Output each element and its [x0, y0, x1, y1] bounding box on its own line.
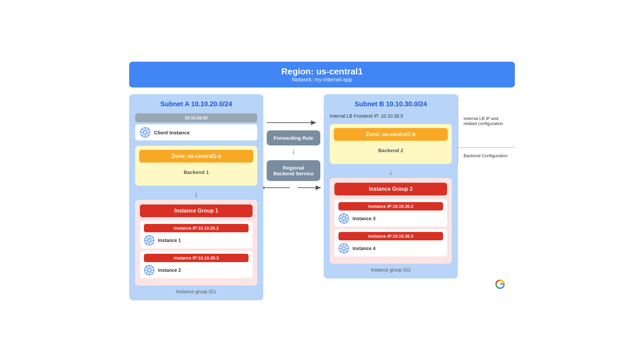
arrow-bs-to-backend1: [263, 184, 290, 192]
svg-point-56: [493, 277, 507, 292]
instance-2-row: Instance 2: [144, 265, 249, 276]
annotation-top-text: Internal LB IP and related configuration: [464, 116, 509, 126]
instance-2-card: instance IP:10.10.20.3: [140, 251, 253, 278]
internal-lb-ip: Internal LB Frontend IP: 10.10.30.5: [330, 113, 452, 119]
google-logo-icon: [492, 276, 508, 292]
backend-1-label: Backend 1: [139, 166, 253, 178]
instance-4-card: instance IP:10.10.30.3: [334, 229, 447, 256]
annotation-bottom: Backend Configuration: [458, 148, 515, 164]
instance-1-row: Instance 1: [144, 235, 249, 246]
arrow-to-ig2: ↓: [330, 168, 452, 177]
subnet-b-title: Subnet B 10.10.30.0/24: [330, 100, 452, 108]
subnet-a-title: Subnet A 10.10.20.0/24: [135, 100, 257, 108]
region-subtitle: Network: my-internet-app: [136, 77, 508, 83]
client-gear-icon: [140, 127, 151, 138]
instance-2-name: Instance 2: [158, 267, 181, 273]
diagram-wrapper: Region: us-central1 Network: my-internet…: [0, 0, 644, 362]
zone-a-header: Zone: us-central1-a: [139, 150, 253, 163]
annotation-bottom-text: Backend Configuration: [464, 153, 508, 158]
subnet-a: Subnet A 10.10.20.0/24 10.10.20.50: [129, 94, 263, 300]
ig2-label: Instance group IG2: [330, 267, 452, 273]
instance-4-gear-icon: [338, 243, 349, 254]
instance-1-ip: instance IP:10.10.20.2: [144, 224, 249, 232]
backend-service-box: Regional Backend Service: [267, 160, 320, 181]
annotations-column: Internal LB IP and related configuration…: [458, 94, 515, 164]
instance-3-card: instance IP:10.10.30.2: [334, 199, 447, 227]
backend-2-label: Backend 2: [334, 144, 448, 157]
instance-4-name: Instance 4: [353, 246, 375, 251]
instance-3-gear-icon: [338, 213, 349, 224]
google-logo: [492, 276, 508, 294]
arrow-to-ig1: ↓: [135, 190, 257, 198]
instance-1-gear-icon: [144, 235, 155, 246]
instance-1-name: Instance 1: [158, 238, 181, 243]
full-diagram: Region: us-central1 Network: my-internet…: [129, 62, 515, 300]
annotation-top: Internal LB IP and related configuration: [458, 94, 515, 148]
forwarding-rule-box: Forwarding Rule: [267, 130, 320, 145]
instance-4-row: Instance 4: [338, 243, 443, 254]
region-title: Region: us-central1: [136, 66, 508, 77]
instance-3-ip: instance IP:10.10.30.2: [338, 202, 443, 210]
arrow-bs-to-backend2: [297, 184, 324, 192]
arrow-fr-to-bs: ↓: [292, 147, 296, 156]
middle-column: Forwarding Rule ↓ Regional Backend Servi…: [263, 94, 324, 192]
instance-3-row: Instance 3: [338, 213, 443, 224]
instance-group-2: Instance Group 2 instance IP:10.10.30.2: [330, 178, 452, 264]
instance-2-ip: instance IP:10.10.20.3: [144, 254, 249, 262]
arrow-client-to-fr: [267, 118, 320, 128]
instance-1-card: instance IP:10.10.20.2: [140, 221, 253, 248]
svg-rect-57: [500, 283, 504, 285]
instance-group-1: Instance Group 1 instance IP:10.10.20.2: [135, 200, 257, 286]
client-instance-block: Client Instance: [135, 124, 257, 140]
region-header: Region: us-central1 Network: my-internet…: [129, 62, 515, 87]
client-label: Client Instance: [154, 130, 190, 135]
client-ip-block: 10.10.20.50: [135, 113, 257, 122]
instance-2-gear-icon: [144, 265, 155, 276]
instance-3-name: Instance 3: [353, 216, 375, 221]
ig1-label: Instance group IG1: [135, 289, 257, 294]
subnet-b: Subnet B 10.10.30.0/24 Internal LB Front…: [324, 94, 458, 279]
region-content: Subnet A 10.10.20.0/24 10.10.20.50: [129, 94, 515, 300]
zone-b-header: Zone: us-central1-b: [334, 128, 448, 141]
instance-4-ip: instance IP:10.10.30.3: [338, 232, 443, 240]
instance-group-1-header: Instance Group 1: [140, 204, 253, 217]
instance-group-2-header: Instance Group 2: [334, 183, 447, 195]
